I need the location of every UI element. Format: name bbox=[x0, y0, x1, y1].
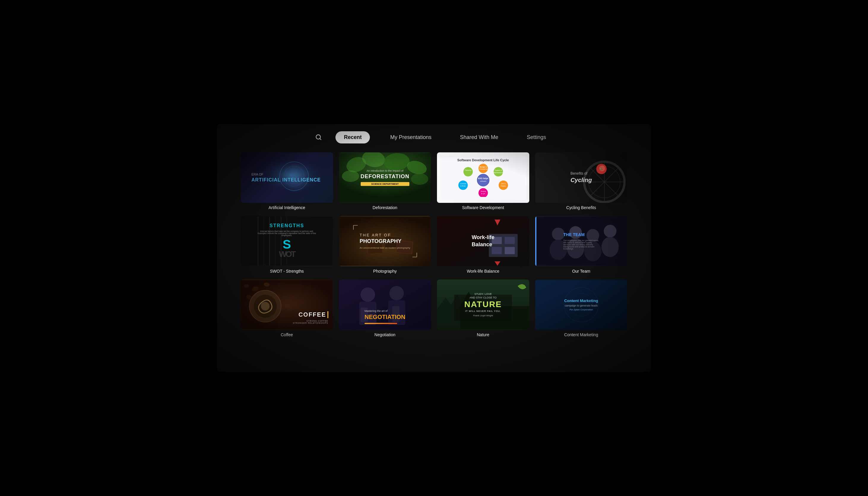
svg-text:Testing: Testing bbox=[480, 190, 486, 192]
card-ai-title: Artificial Intelligence bbox=[241, 205, 333, 210]
card-deforestation[interactable]: An introduction to the impact of DEFORES… bbox=[339, 152, 431, 213]
card-swot-title: SWOT - Strengths bbox=[241, 269, 333, 274]
svg-text:BXG helps: BXG helps bbox=[478, 177, 488, 180]
card-cycling[interactable]: 🚴 Benefits of Cycling Cycling Benefits bbox=[535, 152, 628, 213]
card-contentmarketing-title: Content Marketing bbox=[535, 332, 628, 337]
ai-era-text: ERA OF bbox=[252, 173, 321, 176]
thumb-coffee: COFFEE STRONG COFFEESTRONGER RELATIONSHI… bbox=[241, 279, 333, 330]
card-photography-title: Photography bbox=[339, 269, 431, 274]
thumb-nature: STUDY, LOVE AND STAY CLOSE TO NATURE IT … bbox=[437, 279, 529, 330]
swot-keyword: STRENGTHS bbox=[270, 223, 304, 228]
card-software[interactable]: Software Development Life Cycle BXG help… bbox=[437, 152, 529, 213]
svg-point-73 bbox=[604, 224, 616, 237]
defor-intro: An introduction to the impact of bbox=[361, 169, 409, 172]
defor-badge: SCIENCE DEPARTMENT bbox=[361, 182, 409, 186]
card-negotiation[interactable]: Mastering the art of NEGOTIATION Negotia… bbox=[339, 279, 431, 340]
tab-settings[interactable]: Settings bbox=[519, 131, 554, 143]
card-coffee[interactable]: COFFEE STRONG COFFEESTRONGER RELATIONSHI… bbox=[241, 279, 333, 340]
card-coffee-title: Coffee bbox=[241, 332, 333, 337]
coffee-sub: STRONG COFFEESTRONGER RELATIONSHIPS bbox=[293, 320, 328, 324]
photo-sub: An unconventional take on modern photogr… bbox=[360, 247, 410, 249]
card-contentmarketing[interactable]: Content Marketing campaign to generate l… bbox=[535, 279, 628, 340]
svg-text:Planning: Planning bbox=[465, 169, 471, 171]
thumb-negotiation: Mastering the art of NEGOTIATION bbox=[339, 279, 431, 330]
svg-rect-62 bbox=[505, 237, 515, 244]
cm-company: For Zyber Corporation bbox=[564, 308, 598, 311]
ai-title-text: ARTIFICIAL INTELLIGENCE bbox=[252, 177, 321, 183]
defor-title: DEFORESTATION bbox=[361, 173, 409, 180]
nav-bar: Recent My Presentations Shared With Me S… bbox=[217, 124, 651, 150]
team-sub: Our employees are our greatest asset. We… bbox=[563, 239, 599, 250]
svg-text:Maintenance: Maintenance bbox=[493, 171, 503, 173]
svg-text:Prototyping: Prototyping bbox=[479, 168, 487, 170]
photo-title: PHOTOGRAPHY bbox=[360, 238, 410, 245]
svg-text:Design &: Design & bbox=[479, 166, 486, 168]
svg-text:Support &: Support & bbox=[495, 169, 502, 171]
team-label: THE TEAM bbox=[563, 232, 599, 237]
svg-text:& Brain: & Brain bbox=[460, 185, 466, 187]
svg-text:Concept: Concept bbox=[460, 183, 466, 184]
svg-text:& QA: & QA bbox=[481, 192, 485, 194]
search-button[interactable] bbox=[314, 132, 324, 142]
card-negotiation-title: Negotiation bbox=[339, 332, 431, 337]
thumb-cycling: 🚴 Benefits of Cycling bbox=[535, 152, 628, 203]
cycling-italic: Cycling bbox=[570, 177, 592, 184]
nature-tagline: IT WILL NEVER FAIL YOU. bbox=[465, 310, 501, 312]
thumb-worklife: Work-life Balance bbox=[437, 216, 529, 266]
tab-shared-with-me[interactable]: Shared With Me bbox=[451, 131, 507, 143]
card-nature-title: Nature bbox=[437, 332, 529, 337]
card-nature[interactable]: STUDY, LOVE AND STAY CLOSE TO NATURE IT … bbox=[437, 279, 529, 340]
thumb-ai: ERA OF ARTIFICIAL INTELLIGENCE bbox=[241, 152, 333, 203]
svg-rect-75 bbox=[535, 217, 536, 265]
swot-desc: Internal factors that have led the compa… bbox=[257, 230, 317, 236]
svg-line-1 bbox=[320, 138, 321, 140]
thumb-photography: THE ART OF PHOTOGRAPHY An unconventional… bbox=[339, 216, 431, 266]
thumb-deforestation: An introduction to the impact of DEFORES… bbox=[339, 152, 431, 203]
cycling-label: Benefits of bbox=[570, 171, 592, 175]
tab-my-presentations[interactable]: My Presentations bbox=[382, 131, 440, 143]
coffee-title: COFFEE bbox=[298, 311, 328, 318]
nature-main: NATURE bbox=[464, 300, 502, 309]
app-container: Recent My Presentations Shared With Me S… bbox=[217, 124, 651, 372]
card-ai[interactable]: ERA OF ARTIFICIAL INTELLIGENCE Artificia… bbox=[241, 152, 333, 213]
svg-rect-64 bbox=[505, 247, 515, 254]
neg-intro: Mastering the art of bbox=[365, 309, 405, 312]
thumb-ourteam: THE TEAM Our employees are our greatest … bbox=[535, 216, 628, 266]
cm-sub: campaign to generate leads bbox=[564, 304, 598, 307]
svg-text:Deploy: Deploy bbox=[500, 185, 506, 187]
swot-logo: S bbox=[283, 238, 291, 251]
neg-bar bbox=[365, 323, 397, 324]
thumb-software: Software Development Life Cycle BXG help… bbox=[437, 152, 529, 203]
card-software-title: Software Development bbox=[437, 205, 529, 210]
nature-text2: AND STAY CLOSE TO bbox=[470, 296, 497, 299]
svg-text:🚴: 🚴 bbox=[599, 167, 603, 170]
worklife-line1: Work-life bbox=[472, 235, 495, 241]
card-swot[interactable]: STRENGTHS Internal factors that have led… bbox=[241, 216, 333, 277]
card-ourteam[interactable]: THE TEAM Our employees are our greatest … bbox=[535, 216, 628, 277]
thumb-swot: STRENGTHS Internal factors that have led… bbox=[241, 216, 333, 266]
presentations-grid: ERA OF ARTIFICIAL INTELLIGENCE Artificia… bbox=[217, 150, 651, 346]
svg-point-74 bbox=[601, 237, 618, 257]
cm-title: Content Marketing bbox=[564, 298, 598, 303]
card-worklife-title: Work-life Balance bbox=[437, 269, 529, 274]
software-title: Software Development Life Cycle bbox=[457, 158, 509, 162]
card-ourteam-title: Our Team bbox=[535, 269, 628, 274]
nature-text1: STUDY, LOVE bbox=[475, 293, 492, 295]
worklife-line2: Balance bbox=[472, 242, 495, 248]
svg-text:software: software bbox=[480, 180, 486, 182]
tab-recent[interactable]: Recent bbox=[335, 131, 370, 143]
svg-text:Dev &: Dev & bbox=[501, 183, 505, 184]
card-cycling-title: Cycling Benefits bbox=[535, 205, 628, 210]
nature-author: Frank Lloyd Wright bbox=[473, 314, 493, 317]
svg-point-31 bbox=[463, 167, 473, 176]
neg-title: NEGOTIATION bbox=[365, 314, 405, 321]
thumb-contentmarketing: Content Marketing campaign to generate l… bbox=[535, 279, 628, 330]
photo-art: THE ART OF bbox=[360, 233, 410, 237]
card-photography[interactable]: THE ART OF PHOTOGRAPHY An unconventional… bbox=[339, 216, 431, 277]
card-deforestation-title: Deforestation bbox=[339, 205, 431, 210]
card-worklife[interactable]: Work-life Balance Work-life Balance bbox=[437, 216, 529, 277]
